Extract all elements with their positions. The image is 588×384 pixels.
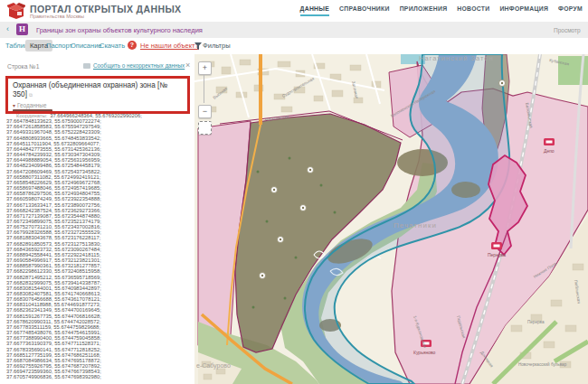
coordinates-list: 37.6647848133623, 55.6759000722274;37.66… xyxy=(6,118,187,379)
close-icon[interactable]: × xyxy=(185,61,190,70)
portal-logo-icon[interactable] xyxy=(7,3,25,19)
map-pin-icon: ▾ xyxy=(13,103,15,108)
top-navigation: ДАННЫЕ СПРАВОЧНИКИ ПРИЛОЖЕНИЯ НОВОСТИ ИН… xyxy=(300,5,583,16)
district-label-saburovo: е-Сабурово xyxy=(196,362,231,370)
report-incorrect-data-link[interactable]: Сообщить о некорректных данных xyxy=(93,62,185,69)
district-label-pechatniki: Печатники xyxy=(394,221,437,229)
views-label: Просмотр xyxy=(554,27,581,33)
heritage-dataset-icon[interactable]: Н xyxy=(16,23,28,35)
feature-panel: Строка №1 Сообщить о некорректных данных… xyxy=(0,54,195,384)
geodata-label: Геоданные xyxy=(17,102,47,108)
zone-title-text: Охранная (объединенная охранная) зона [№… xyxy=(13,81,167,98)
coordinates-label: Координаты: xyxy=(16,113,47,118)
coordinates-block: Координаты:37.664966248364, 55.676920299… xyxy=(6,113,187,380)
map-graphics: Депо Перерва Курьяново Нагатинский Затон… xyxy=(194,54,588,384)
nav-item-news[interactable]: НОВОСТИ xyxy=(457,5,489,16)
clipped-text xyxy=(13,109,183,112)
report-icon xyxy=(83,63,90,69)
station-label-kuryanovo: Курьяново xyxy=(413,350,436,355)
zone-title: Охранная (объединенная охранная) зона [№… xyxy=(13,81,183,100)
zoom-slider[interactable] xyxy=(204,75,204,103)
row-number-label: Строка №1 xyxy=(7,63,39,70)
coordinate-value: 37.664966248364, 55.6769202990206; xyxy=(50,113,142,118)
dataset-title[interactable]: Границы зон охраны объектов культурного … xyxy=(36,26,203,34)
nav-item-forum[interactable]: ФОРУМ xyxy=(558,5,583,16)
tabs-row: Таблица Карта Паспорт Описание Скачать ⌄… xyxy=(0,38,588,54)
tab-passport[interactable]: Паспорт xyxy=(46,42,72,50)
app-window: { "header": { "title": "ПОРТАЛ ОТКРЫТЫХ … xyxy=(0,0,588,384)
coordinate-line: 37.6705749906836, 55.6747698392980; xyxy=(6,374,187,379)
district-label-nagatinsky: Нагатинский Затон xyxy=(419,54,494,62)
filters-button[interactable]: Фильтры xyxy=(203,42,231,50)
funnel-icon xyxy=(194,42,202,50)
highlight-annotation-box: Охранная (объединенная охранная) зона [№… xyxy=(5,76,190,114)
street-novocherkassky: Новочеркасский бульвар xyxy=(518,361,567,367)
nav-item-apps[interactable]: ПРИЛОЖЕНИЯ xyxy=(400,5,448,16)
station-label-pererva: Перерва xyxy=(488,252,506,258)
portal-subtitle: Правительства Москвы xyxy=(30,14,84,19)
back-button[interactable]: ‹ xyxy=(6,24,9,33)
map-canvas[interactable]: Депо Перерва Курьяново Нагатинский Затон… xyxy=(194,54,588,384)
question-circle-icon: ? xyxy=(128,41,137,50)
street-pererva: Перерва xyxy=(527,320,545,324)
nav-item-directories[interactable]: СПРАВОЧНИКИ xyxy=(339,5,390,16)
nav-item-info[interactable]: ИНФОРМАЦИЯ xyxy=(499,5,548,16)
tab-description[interactable]: Описание xyxy=(71,42,102,50)
top-header: ПОРТАЛ ОТКРЫТЫХ ДАННЫХ Правительства Мос… xyxy=(0,0,588,23)
station-label-depo: Депо xyxy=(544,148,555,154)
extent-tool-button[interactable] xyxy=(198,121,212,135)
geodata-row[interactable]: ▾Геоданные xyxy=(13,102,183,108)
link-icon[interactable]: ⧉ xyxy=(29,91,33,100)
dataset-bar: ‹ Н Границы зон охраны объектов культурн… xyxy=(0,22,588,39)
zoom-out-button[interactable]: − xyxy=(198,105,212,118)
zoom-in-button[interactable]: + xyxy=(198,61,212,75)
nav-item-data[interactable]: ДАННЫЕ xyxy=(300,5,330,16)
not-found-link[interactable]: Не нашли объект? xyxy=(140,42,199,50)
